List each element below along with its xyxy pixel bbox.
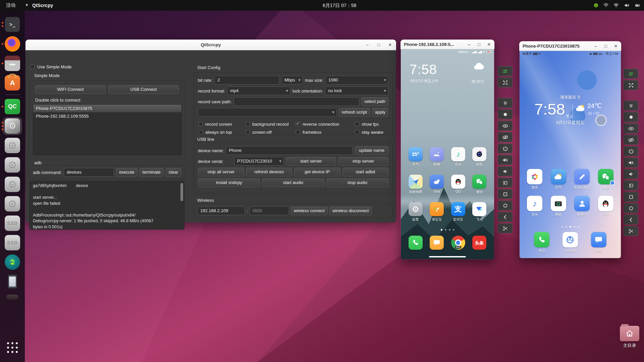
collapse-button[interactable] <box>624 101 638 111</box>
dock-item-remote-app[interactable] <box>0 252 25 272</box>
dock-item-disk-2[interactable] <box>0 155 25 175</box>
maximize-icon[interactable]: □ <box>376 42 381 47</box>
app-支付宝[interactable]: 支支付宝 <box>447 202 469 222</box>
people-group-button[interactable] <box>498 66 513 76</box>
dock-item-ssd-1[interactable]: SSD <box>0 214 25 233</box>
use-simple-mode-checkbox[interactable] <box>30 65 35 69</box>
home-directory-shortcut[interactable]: 主目录 <box>615 326 644 349</box>
scissors-button[interactable] <box>624 226 638 236</box>
dot-button[interactable] <box>498 109 513 119</box>
always-on-top-checkbox[interactable] <box>199 130 203 134</box>
wifi-icon[interactable] <box>613 2 619 8</box>
app-信息[interactable]: 信息 <box>584 232 613 253</box>
eye-button[interactable] <box>498 121 513 131</box>
app-联系人[interactable]: 联系人 <box>570 196 594 217</box>
phone1-screen[interactable]: 396K/s ⌁▂▄▆ ▂▄▆≋ 7:58 6月17日 周五上午 阴 25°C … <box>401 49 494 259</box>
wireless-disconnect-button[interactable]: wireless disconnect <box>329 206 372 215</box>
app-switch-button[interactable] <box>624 180 638 190</box>
dock-item-app-grid[interactable] <box>0 338 25 357</box>
clear-button[interactable]: clear <box>166 168 181 177</box>
close-icon[interactable]: ✕ <box>486 42 492 47</box>
qtscrcpy-titlebar[interactable]: QtScrcpy – □ ✕ <box>25 40 396 50</box>
volume-up-button[interactable] <box>624 158 638 168</box>
dock-item-files[interactable] <box>0 54 25 73</box>
update-name-button[interactable]: update name <box>355 146 388 155</box>
lock-orientation-combo[interactable]: no lock <box>325 86 388 95</box>
app-相册[interactable]: 相册 <box>426 147 448 167</box>
app-天气[interactable]: 天气 <box>547 169 571 190</box>
wifi-connect-button[interactable]: WIFI Connect <box>35 85 106 94</box>
close-icon[interactable]: ✕ <box>387 42 393 47</box>
close-icon[interactable]: ✕ <box>613 44 619 49</box>
apply-button[interactable]: apply <box>372 108 388 117</box>
dock-item-phone-device[interactable] <box>0 272 25 291</box>
device-name-input[interactable]: Phone <box>226 146 353 155</box>
activities-button[interactable]: 活动 <box>6 2 15 8</box>
app-电话[interactable] <box>405 236 426 250</box>
eye-off-button[interactable] <box>624 135 638 145</box>
dock-item-firefox[interactable] <box>0 34 25 54</box>
stop-audio-button[interactable]: stop audio <box>326 178 388 187</box>
show-fps-checkbox[interactable] <box>355 122 359 126</box>
device-serial-combo[interactable]: P7CDU17C23010 <box>234 157 284 166</box>
device-list-item[interactable]: Phone-192.168.2.109:5555 <box>33 112 181 120</box>
app-音乐[interactable]: ♪音乐 <box>447 147 469 167</box>
wireless-port-input[interactable]: 5555 <box>250 206 289 215</box>
stop-server-button[interactable]: stop server <box>338 157 388 166</box>
reverse-connection-checkbox[interactable] <box>296 122 300 126</box>
adb-log-output[interactable]: ga7d65ylnj6xinhm devicestart server...op… <box>30 181 184 230</box>
eye-off-button[interactable] <box>498 132 513 142</box>
minimize-icon[interactable]: – <box>365 42 370 47</box>
stop-all-server-button[interactable]: stop all server <box>198 168 244 176</box>
app-QQ[interactable]: QQ <box>447 175 469 194</box>
app-短信[interactable] <box>426 236 448 250</box>
app-有道云笔记[interactable]: 有道云笔记 <box>570 169 594 190</box>
maximize-icon[interactable]: □ <box>603 44 608 49</box>
home-circle-button[interactable] <box>498 200 513 210</box>
device-list[interactable]: Phone-P7CDU17C23010875Phone-192.168.2.10… <box>33 104 182 155</box>
phone1-titlebar[interactable]: Phone-192.168.2.109:5... – □ ✕ <box>400 40 494 49</box>
frameless-checkbox[interactable] <box>296 130 300 134</box>
maximize-icon[interactable]: □ <box>476 42 482 47</box>
bit-rate-input[interactable]: 2 <box>214 76 279 84</box>
android-status-icon[interactable] <box>593 2 599 8</box>
dock-item-qtscrcpy-qc[interactable]: QC <box>0 97 25 116</box>
execute-button[interactable]: execute <box>116 168 138 177</box>
volume-down-button[interactable] <box>624 169 638 179</box>
dock-item-terminal[interactable]: >_ <box>0 15 25 34</box>
dock-item-disk-4[interactable] <box>0 194 25 214</box>
stay-awake-checkbox[interactable] <box>355 130 359 134</box>
app-微信[interactable]: 微信 <box>469 175 490 194</box>
scrollbar-thumb[interactable] <box>180 183 183 201</box>
eye-button[interactable] <box>624 123 638 133</box>
app-图库[interactable]: 图库 <box>523 169 547 190</box>
refresh-script-button[interactable]: refresh script <box>339 108 370 117</box>
volume-up-button[interactable] <box>498 155 513 165</box>
app-亲宝宝[interactable]: 亲宝宝 <box>426 202 448 222</box>
usb-connect-button[interactable]: USB Connect <box>108 85 179 94</box>
home-circle-button[interactable] <box>624 203 638 213</box>
menu-square-button[interactable] <box>624 192 638 202</box>
back-button[interactable] <box>624 215 638 225</box>
dock-item-disk-1[interactable] <box>0 136 25 155</box>
record-screen-checkbox[interactable] <box>199 122 203 126</box>
app-天气[interactable]: 25°天气 <box>405 147 426 167</box>
app-Chrome[interactable]: Beta <box>447 236 469 250</box>
dock-item-disk-3[interactable] <box>0 175 25 194</box>
adb-command-input[interactable]: devices <box>64 168 114 177</box>
scissors-button[interactable] <box>498 223 513 233</box>
dot-button[interactable] <box>624 112 638 122</box>
battery-icon[interactable] <box>635 2 641 8</box>
app-微信[interactable]: ✓微信 <box>594 169 618 190</box>
script-combo[interactable] <box>198 108 337 117</box>
power-button[interactable] <box>498 143 513 154</box>
start-server-button[interactable]: start server <box>286 157 336 166</box>
get-device-IP-button[interactable]: get device IP <box>294 168 340 176</box>
menu-square-button[interactable] <box>498 189 513 199</box>
clock[interactable]: 6月17日 07：58 <box>323 0 356 11</box>
max-size-combo[interactable]: 1080 <box>325 76 388 84</box>
screen-off-checkbox[interactable] <box>246 130 250 134</box>
record-format-combo[interactable]: mp4 <box>227 86 290 95</box>
focused-app-menu[interactable]: QtScrcpy <box>24 3 53 8</box>
minimize-icon[interactable]: – <box>593 44 598 49</box>
